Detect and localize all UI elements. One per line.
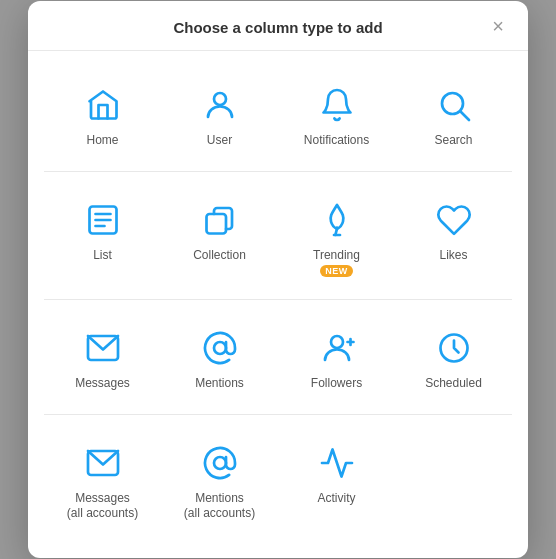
svg-point-0 <box>214 93 226 105</box>
trending-icon <box>315 198 359 242</box>
activity-icon <box>315 441 359 485</box>
modal-body: Home User Notifications Search <box>28 51 528 558</box>
svg-rect-7 <box>206 214 226 234</box>
bell-icon <box>315 83 359 127</box>
user-icon <box>198 83 242 127</box>
section-1: Home User Notifications Search <box>44 59 512 169</box>
item-trending[interactable]: Trending NEW <box>278 184 395 288</box>
item-scheduled[interactable]: Scheduled <box>395 312 512 402</box>
divider-2 <box>44 299 512 300</box>
activity-label: Activity <box>317 491 355 507</box>
svg-point-9 <box>214 342 226 354</box>
modal: Choose a column type to add × Home User <box>28 1 528 558</box>
list-icon <box>81 198 125 242</box>
collection-icon <box>198 198 242 242</box>
scheduled-label: Scheduled <box>425 376 482 392</box>
heart-icon <box>432 198 476 242</box>
section-3: Messages Mentions Followers Scheduled <box>44 302 512 412</box>
likes-label: Likes <box>439 248 467 264</box>
item-likes[interactable]: Likes <box>395 184 512 288</box>
collection-label: Collection <box>193 248 246 264</box>
item-followers[interactable]: Followers <box>278 312 395 402</box>
item-collection[interactable]: Collection <box>161 184 278 288</box>
item-search[interactable]: Search <box>395 69 512 159</box>
modal-title: Choose a column type to add <box>173 19 382 36</box>
search-icon <box>432 83 476 127</box>
followers-label: Followers <box>311 376 362 392</box>
item-messages-all[interactable]: Messages(all accounts) <box>44 427 161 532</box>
search-label: Search <box>434 133 472 149</box>
item-messages[interactable]: Messages <box>44 312 161 402</box>
item-user[interactable]: User <box>161 69 278 159</box>
item-mentions-all[interactable]: Mentions(all accounts) <box>161 427 278 532</box>
modal-header: Choose a column type to add × <box>28 1 528 51</box>
home-icon <box>81 83 125 127</box>
notifications-label: Notifications <box>304 133 369 149</box>
section-4: Messages(all accounts) Mentions(all acco… <box>44 417 512 542</box>
clock-icon <box>432 326 476 370</box>
home-label: Home <box>86 133 118 149</box>
item-home[interactable]: Home <box>44 69 161 159</box>
divider-1 <box>44 171 512 172</box>
close-button[interactable]: × <box>486 14 510 38</box>
messages-icon <box>81 326 125 370</box>
mentions-label: Mentions <box>195 376 244 392</box>
messages-label: Messages <box>75 376 130 392</box>
svg-line-2 <box>460 112 468 120</box>
item-activity[interactable]: Activity <box>278 427 395 532</box>
mentions-icon <box>198 326 242 370</box>
mentions-all-label: Mentions(all accounts) <box>184 491 255 522</box>
user-label: User <box>207 133 232 149</box>
mentions-all-icon <box>198 441 242 485</box>
section-2: List Collection Trending NEW <box>44 174 512 298</box>
messages-all-label: Messages(all accounts) <box>67 491 138 522</box>
list-label: List <box>93 248 112 264</box>
messages-all-icon <box>81 441 125 485</box>
new-badge: NEW <box>320 265 353 277</box>
divider-3 <box>44 414 512 415</box>
svg-point-10 <box>331 336 343 348</box>
trending-label: Trending <box>313 248 360 264</box>
item-list[interactable]: List <box>44 184 161 288</box>
followers-icon <box>315 326 359 370</box>
item-notifications[interactable]: Notifications <box>278 69 395 159</box>
svg-point-14 <box>214 457 226 469</box>
item-mentions[interactable]: Mentions <box>161 312 278 402</box>
